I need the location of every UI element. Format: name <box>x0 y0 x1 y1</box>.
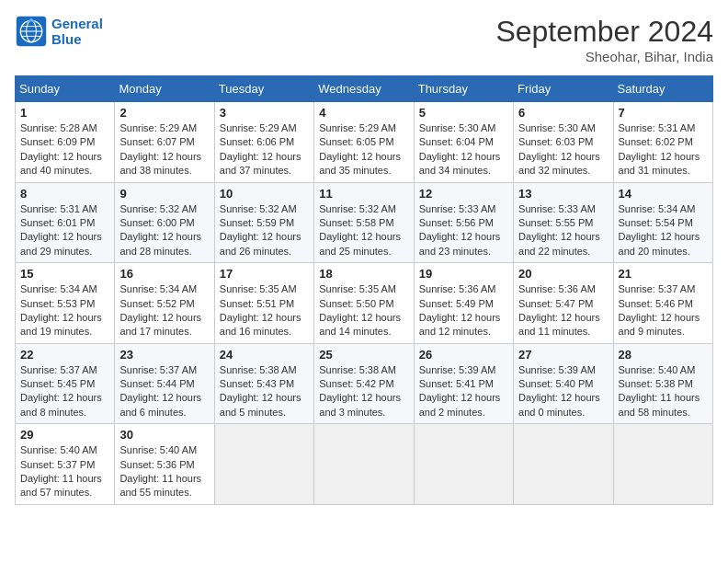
table-row: 22Sunrise: 5:37 AM Sunset: 5:45 PM Dayli… <box>16 343 115 424</box>
day-info: Sunrise: 5:32 AM Sunset: 5:59 PM Dayligh… <box>220 202 309 259</box>
title-block: September 2024 Sheohar, Bihar, India <box>495 15 713 64</box>
day-number: 4 <box>319 106 408 120</box>
table-row: 16Sunrise: 5:34 AM Sunset: 5:52 PM Dayli… <box>115 263 214 344</box>
day-info: Sunrise: 5:37 AM Sunset: 5:46 PM Dayligh… <box>619 282 708 339</box>
day-info: Sunrise: 5:36 AM Sunset: 5:47 PM Dayligh… <box>518 282 608 339</box>
table-row <box>214 424 313 505</box>
day-info: Sunrise: 5:40 AM Sunset: 5:36 PM Dayligh… <box>119 443 209 500</box>
day-number: 19 <box>419 267 508 281</box>
day-number: 30 <box>119 428 209 442</box>
day-info: Sunrise: 5:38 AM Sunset: 5:43 PM Dayligh… <box>220 363 309 420</box>
day-number: 9 <box>119 187 209 201</box>
table-row: 9Sunrise: 5:32 AM Sunset: 6:00 PM Daylig… <box>115 182 214 263</box>
col-sunday: Sunday <box>16 76 115 102</box>
day-info: Sunrise: 5:39 AM Sunset: 5:41 PM Dayligh… <box>419 363 508 420</box>
day-info: Sunrise: 5:29 AM Sunset: 6:06 PM Dayligh… <box>220 121 309 178</box>
day-info: Sunrise: 5:28 AM Sunset: 6:09 PM Dayligh… <box>20 121 109 178</box>
table-row: 1Sunrise: 5:28 AM Sunset: 6:09 PM Daylig… <box>16 102 115 183</box>
day-number: 15 <box>20 267 109 281</box>
table-row: 8Sunrise: 5:31 AM Sunset: 6:01 PM Daylig… <box>16 182 115 263</box>
table-row: 13Sunrise: 5:33 AM Sunset: 5:55 PM Dayli… <box>514 182 613 263</box>
day-info: Sunrise: 5:31 AM Sunset: 6:01 PM Dayligh… <box>20 202 109 259</box>
day-info: Sunrise: 5:36 AM Sunset: 5:49 PM Dayligh… <box>419 282 508 339</box>
day-info: Sunrise: 5:34 AM Sunset: 5:53 PM Dayligh… <box>20 282 109 339</box>
day-info: Sunrise: 5:34 AM Sunset: 5:52 PM Dayligh… <box>119 282 209 339</box>
table-row: 28Sunrise: 5:40 AM Sunset: 5:38 PM Dayli… <box>613 343 712 424</box>
day-number: 2 <box>119 106 209 120</box>
calendar-header-row: Sunday Monday Tuesday Wednesday Thursday… <box>16 76 713 102</box>
table-row: 17Sunrise: 5:35 AM Sunset: 5:51 PM Dayli… <box>214 263 313 344</box>
table-row <box>314 424 414 505</box>
day-info: Sunrise: 5:32 AM Sunset: 5:58 PM Dayligh… <box>319 202 408 259</box>
table-row: 5Sunrise: 5:30 AM Sunset: 6:04 PM Daylig… <box>414 102 513 183</box>
col-wednesday: Wednesday <box>314 76 414 102</box>
day-number: 1 <box>20 106 109 120</box>
table-row: 21Sunrise: 5:37 AM Sunset: 5:46 PM Dayli… <box>613 263 712 344</box>
day-info: Sunrise: 5:37 AM Sunset: 5:45 PM Dayligh… <box>20 363 109 420</box>
day-number: 5 <box>419 106 508 120</box>
col-monday: Monday <box>115 76 214 102</box>
table-row: 4Sunrise: 5:29 AM Sunset: 6:05 PM Daylig… <box>314 102 414 183</box>
day-info: Sunrise: 5:39 AM Sunset: 5:40 PM Dayligh… <box>518 363 608 420</box>
calendar-week-row: 15Sunrise: 5:34 AM Sunset: 5:53 PM Dayli… <box>16 263 713 344</box>
logo-icon <box>15 15 48 48</box>
day-number: 11 <box>319 187 408 201</box>
day-info: Sunrise: 5:31 AM Sunset: 6:02 PM Dayligh… <box>619 121 708 178</box>
table-row <box>613 424 712 505</box>
table-row: 26Sunrise: 5:39 AM Sunset: 5:41 PM Dayli… <box>414 343 513 424</box>
table-row: 29Sunrise: 5:40 AM Sunset: 5:37 PM Dayli… <box>16 424 115 505</box>
page-header: General Blue September 2024 Sheohar, Bih… <box>15 15 713 64</box>
day-info: Sunrise: 5:40 AM Sunset: 5:37 PM Dayligh… <box>20 443 109 500</box>
day-number: 29 <box>20 428 109 442</box>
day-info: Sunrise: 5:38 AM Sunset: 5:42 PM Dayligh… <box>319 363 408 420</box>
table-row: 19Sunrise: 5:36 AM Sunset: 5:49 PM Dayli… <box>414 263 513 344</box>
day-info: Sunrise: 5:29 AM Sunset: 6:05 PM Dayligh… <box>319 121 408 178</box>
day-number: 23 <box>119 348 209 362</box>
logo-text: General Blue <box>51 16 103 47</box>
table-row: 23Sunrise: 5:37 AM Sunset: 5:44 PM Dayli… <box>115 343 214 424</box>
col-saturday: Saturday <box>613 76 712 102</box>
col-tuesday: Tuesday <box>214 76 313 102</box>
day-info: Sunrise: 5:33 AM Sunset: 5:55 PM Dayligh… <box>518 202 608 259</box>
table-row: 30Sunrise: 5:40 AM Sunset: 5:36 PM Dayli… <box>115 424 214 505</box>
day-number: 24 <box>220 348 309 362</box>
col-thursday: Thursday <box>414 76 513 102</box>
table-row: 14Sunrise: 5:34 AM Sunset: 5:54 PM Dayli… <box>613 182 712 263</box>
day-number: 20 <box>518 267 608 281</box>
day-number: 16 <box>119 267 209 281</box>
table-row: 20Sunrise: 5:36 AM Sunset: 5:47 PM Dayli… <box>514 263 613 344</box>
day-info: Sunrise: 5:29 AM Sunset: 6:07 PM Dayligh… <box>119 121 209 178</box>
day-info: Sunrise: 5:35 AM Sunset: 5:50 PM Dayligh… <box>319 282 408 339</box>
day-number: 21 <box>619 267 708 281</box>
day-number: 12 <box>419 187 508 201</box>
table-row <box>414 424 513 505</box>
day-number: 14 <box>619 187 708 201</box>
calendar-week-row: 29Sunrise: 5:40 AM Sunset: 5:37 PM Dayli… <box>16 424 713 505</box>
day-number: 3 <box>220 106 309 120</box>
table-row: 15Sunrise: 5:34 AM Sunset: 5:53 PM Dayli… <box>16 263 115 344</box>
location-subtitle: Sheohar, Bihar, India <box>495 49 713 64</box>
day-number: 7 <box>619 106 708 120</box>
day-info: Sunrise: 5:40 AM Sunset: 5:38 PM Dayligh… <box>619 363 708 420</box>
day-number: 22 <box>20 348 109 362</box>
day-info: Sunrise: 5:33 AM Sunset: 5:56 PM Dayligh… <box>419 202 508 259</box>
calendar-week-row: 1Sunrise: 5:28 AM Sunset: 6:09 PM Daylig… <box>16 102 713 183</box>
day-number: 8 <box>20 187 109 201</box>
calendar-week-row: 8Sunrise: 5:31 AM Sunset: 6:01 PM Daylig… <box>16 182 713 263</box>
day-number: 17 <box>220 267 309 281</box>
day-number: 6 <box>518 106 608 120</box>
day-info: Sunrise: 5:30 AM Sunset: 6:04 PM Dayligh… <box>419 121 508 178</box>
day-number: 26 <box>419 348 508 362</box>
logo: General Blue <box>15 15 103 48</box>
col-friday: Friday <box>514 76 613 102</box>
table-row <box>514 424 613 505</box>
table-row: 12Sunrise: 5:33 AM Sunset: 5:56 PM Dayli… <box>414 182 513 263</box>
table-row: 7Sunrise: 5:31 AM Sunset: 6:02 PM Daylig… <box>613 102 712 183</box>
table-row: 27Sunrise: 5:39 AM Sunset: 5:40 PM Dayli… <box>514 343 613 424</box>
day-number: 27 <box>518 348 608 362</box>
day-number: 28 <box>619 348 708 362</box>
day-info: Sunrise: 5:34 AM Sunset: 5:54 PM Dayligh… <box>619 202 708 259</box>
table-row: 6Sunrise: 5:30 AM Sunset: 6:03 PM Daylig… <box>514 102 613 183</box>
day-info: Sunrise: 5:37 AM Sunset: 5:44 PM Dayligh… <box>119 363 209 420</box>
table-row: 3Sunrise: 5:29 AM Sunset: 6:06 PM Daylig… <box>214 102 313 183</box>
